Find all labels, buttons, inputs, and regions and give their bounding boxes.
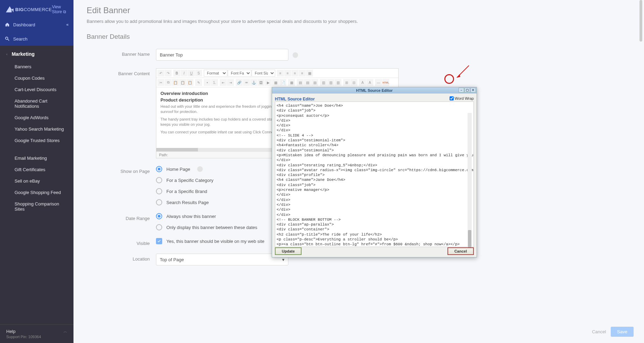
modal-titlebar[interactable]: HTML Source Editor – ▢ ✕ [272, 87, 477, 94]
redo-icon[interactable]: ↷ [165, 70, 172, 77]
hr-icon[interactable]: — [375, 79, 382, 86]
radio-between[interactable] [156, 224, 162, 230]
strike-icon[interactable]: S [195, 70, 202, 77]
bg-color-icon[interactable]: A [366, 79, 373, 86]
radio-category[interactable] [156, 177, 162, 183]
cut-icon[interactable]: ✂ [157, 79, 164, 86]
radio-search[interactable] [156, 199, 162, 205]
html-source-icon[interactable]: HTML [382, 79, 389, 86]
font-family-select[interactable]: Font Family [228, 70, 251, 77]
update-button[interactable]: Update [275, 247, 302, 255]
sidebar-item-ebay[interactable]: Sell on eBay [0, 175, 73, 187]
word-wrap-checkbox[interactable] [450, 96, 454, 100]
search-icon [5, 36, 10, 41]
sidebar-item-trusted-stores[interactable]: Google Trusted Stores [0, 135, 73, 146]
row-after-icon[interactable]: ▤ [304, 79, 311, 86]
save-button[interactable]: Save [611, 327, 634, 337]
sidebar-item-adwords[interactable]: Google AdWords [0, 112, 73, 123]
anchor-icon[interactable]: ⚓ [250, 79, 257, 86]
svg-point-0 [6, 37, 8, 39]
help-icon[interactable] [293, 52, 298, 58]
merge-icon[interactable]: ⊞ [343, 79, 350, 86]
radio-home[interactable] [156, 166, 162, 172]
radio-brand[interactable] [156, 188, 162, 194]
sidebar-search[interactable]: Search [0, 32, 73, 46]
sidebar-dashboard[interactable]: Dashboard « [0, 17, 73, 32]
format-select[interactable]: Format [204, 70, 227, 77]
indent-icon[interactable]: ⇥ [227, 79, 234, 86]
link-icon[interactable]: 🔗 [236, 79, 243, 86]
sidebar-item-email-mkt[interactable]: Email Marketing [0, 152, 73, 164]
table-icon[interactable]: ▦ [288, 79, 295, 86]
section-title: Banner Details [87, 33, 631, 41]
align-left-icon[interactable]: ≡ [277, 70, 284, 77]
image-icon[interactable]: 🖼 [258, 79, 264, 86]
ul-icon[interactable]: • [204, 79, 211, 86]
sidebar: BIGCOMMERCE View Store ⧉ Dashboard « Sea… [0, 0, 73, 343]
embed-icon[interactable]: ▦ [272, 79, 279, 86]
help-icon[interactable] [197, 166, 203, 172]
ol-icon[interactable]: 1. [211, 79, 218, 86]
split-icon[interactable]: ⊟ [350, 79, 357, 86]
outdent-icon[interactable]: ⇤ [220, 79, 227, 86]
sidebar-section-header[interactable]: ‹ Marketing [0, 46, 73, 61]
col-del-icon[interactable]: ▥ [334, 79, 341, 86]
undo-icon[interactable]: ↶ [157, 70, 164, 77]
sidebar-item-abandoned-cart[interactable]: Abandoned Cart Notifications [0, 95, 73, 112]
underline-icon[interactable]: U [188, 70, 195, 77]
align-right-icon[interactable]: ≡ [291, 70, 298, 77]
maximize-icon[interactable]: ▢ [464, 88, 470, 93]
sidebar-item-cart-discounts[interactable]: Cart-Level Discounts [0, 84, 73, 95]
banner-name-input[interactable] [156, 49, 288, 61]
sidebar-item-google-shopping[interactable]: Google Shopping Feed [0, 187, 73, 198]
brush-icon[interactable]: ✎ [195, 79, 202, 86]
collapse-icon[interactable]: « [66, 22, 69, 27]
visible-checkbox[interactable] [156, 238, 162, 244]
radio-brand-label: For a Specific Brand [166, 189, 207, 194]
font-size-select[interactable]: Font Size [252, 70, 275, 77]
bold-icon[interactable]: B [173, 70, 180, 77]
paste-text-icon[interactable]: 📋 [179, 79, 186, 86]
sidebar-item-gift-cert[interactable]: Gift Certificates [0, 164, 73, 175]
show-on-label: Show on Page [87, 166, 156, 174]
row-del-icon[interactable]: ▤ [311, 79, 318, 86]
paste-word-icon[interactable]: 📋 [186, 79, 193, 86]
minimize-icon[interactable]: – [459, 88, 464, 93]
sidebar-item-coupon[interactable]: Coupon Codes [0, 72, 73, 84]
close-icon[interactable]: ✕ [470, 88, 476, 93]
radio-home-label: Home Page [166, 167, 190, 172]
search-label: Search [13, 36, 27, 42]
align-justify-icon[interactable]: ≡ [299, 70, 306, 77]
sidebar-help[interactable]: ︿ Help Support Pin: 109364 [0, 324, 73, 343]
sidebar-item-yahoo[interactable]: Yahoo Search Marketing [0, 123, 73, 135]
location-select[interactable]: Top of Page ▾ [156, 254, 288, 265]
sidebar-item-banners[interactable]: Banners [0, 61, 73, 72]
view-store-link[interactable]: View Store ⧉ [52, 5, 69, 14]
radio-always[interactable] [156, 213, 162, 219]
paste-icon[interactable]: 📋 [172, 79, 179, 86]
section-label: Marketing [12, 51, 35, 57]
html-source-textarea[interactable]: <h4 class="name">Joe Doe</h4> <div class… [275, 102, 474, 247]
logo-text-bold: BIG [15, 7, 24, 12]
cancel-button[interactable]: Cancel [592, 329, 606, 334]
col-after-icon[interactable]: ▥ [327, 79, 334, 86]
textarea-scrollbar[interactable] [468, 113, 472, 250]
page-title: Edit Banner [87, 6, 631, 15]
unlink-icon[interactable]: ⚮ [243, 79, 250, 86]
italic-icon[interactable]: I [181, 70, 188, 77]
word-wrap-toggle[interactable]: Word Wrap [450, 96, 474, 100]
col-before-icon[interactable]: ▥ [320, 79, 327, 86]
modal-cancel-button[interactable]: Cancel [447, 247, 474, 255]
copy-icon[interactable]: ⧉ [165, 79, 172, 86]
radio-search-label: Search Results Page [166, 200, 209, 205]
row-before-icon[interactable]: ▤ [297, 79, 304, 86]
location-label: Location [87, 254, 156, 262]
text-color-icon[interactable]: A [359, 79, 366, 86]
banner-content-label: Banner Content [87, 68, 156, 76]
align-center-icon[interactable]: ≡ [284, 70, 291, 77]
style-icon[interactable]: ▦ [306, 70, 313, 77]
file-icon[interactable]: 📄 [279, 79, 286, 86]
scrollbar[interactable] [639, 0, 643, 343]
sidebar-item-shopping-comp[interactable]: Shopping Comparison Sites [0, 198, 73, 215]
media-icon[interactable]: ▶ [265, 79, 272, 86]
